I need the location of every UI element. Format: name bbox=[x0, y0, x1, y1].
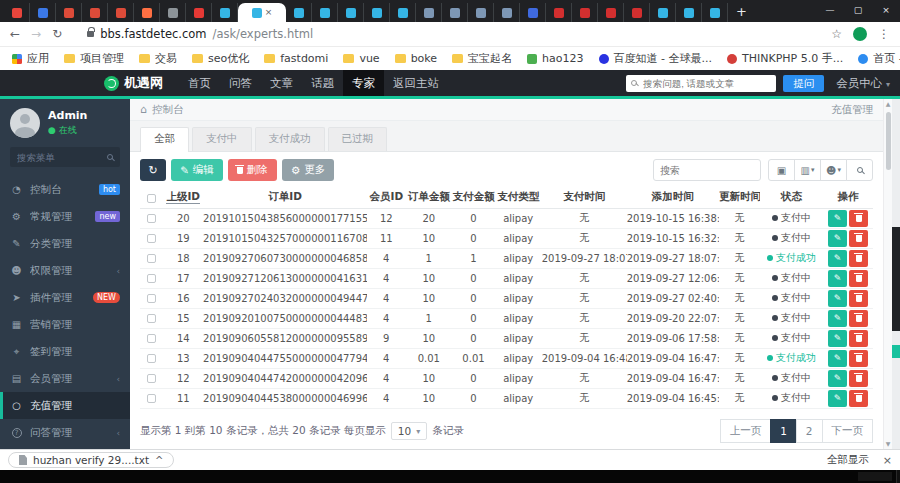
bookmark-star-icon[interactable]: ☆ bbox=[831, 28, 842, 40]
row-delete-button[interactable] bbox=[849, 250, 868, 267]
row-checkbox[interactable] bbox=[147, 214, 156, 223]
row-delete-button[interactable] bbox=[849, 230, 868, 247]
browser-tab[interactable] bbox=[546, 3, 572, 22]
row-delete-button[interactable] bbox=[849, 390, 868, 407]
browser-tab[interactable] bbox=[676, 3, 702, 22]
row-checkbox[interactable] bbox=[147, 274, 156, 283]
row-delete-button[interactable] bbox=[849, 210, 868, 227]
table-row[interactable]: 19 20191015043257000000116708 11 10 0 al… bbox=[140, 228, 873, 248]
column-header[interactable]: 状态 bbox=[760, 187, 823, 208]
table-row[interactable]: 13 20190904044755000000047794 4 0.01 0.0… bbox=[140, 348, 873, 368]
edit-button[interactable]: ✎编辑 bbox=[171, 159, 223, 181]
browser-tab[interactable] bbox=[598, 3, 624, 22]
bookmark-item[interactable]: 首页 - 三才起名网 bbox=[858, 51, 900, 66]
status-tab[interactable]: 支付成功 bbox=[255, 127, 325, 151]
row-delete-button[interactable] bbox=[849, 350, 868, 367]
site-nav-link[interactable]: 文章 bbox=[261, 70, 302, 96]
browser-tab[interactable] bbox=[650, 3, 676, 22]
browser-tab[interactable] bbox=[442, 3, 468, 22]
bookmark-item[interactable]: seo优化 bbox=[192, 51, 249, 66]
column-header[interactable]: 上级ID bbox=[163, 187, 203, 208]
site-nav-link[interactable]: 首页 bbox=[179, 70, 220, 96]
site-nav-link[interactable]: 专家 bbox=[343, 70, 384, 96]
refresh-button[interactable]: ↻ bbox=[140, 159, 166, 181]
sidebar-menu-item[interactable]: ◔ 控制台 hot bbox=[0, 176, 130, 203]
forward-icon[interactable]: → bbox=[31, 28, 41, 40]
row-delete-button[interactable] bbox=[849, 290, 868, 307]
bookmark-item[interactable]: fastdomi bbox=[264, 52, 328, 65]
row-checkbox[interactable] bbox=[147, 314, 156, 323]
page-button[interactable]: 1 bbox=[770, 419, 797, 443]
browser-tab[interactable] bbox=[520, 3, 546, 22]
bookmark-item[interactable]: 应用 bbox=[12, 51, 49, 66]
browser-tab[interactable] bbox=[416, 3, 442, 22]
page-button[interactable]: 2 bbox=[796, 419, 823, 443]
bookmark-item[interactable]: boke bbox=[395, 52, 437, 65]
column-header[interactable]: 添加时间 bbox=[627, 187, 719, 208]
browser-tab[interactable] bbox=[286, 3, 312, 22]
download-item[interactable]: huzhan verify 29....txt ^ bbox=[8, 452, 174, 468]
panel-scrollbar[interactable]: ▲ ▼ bbox=[883, 99, 892, 449]
show-desktop-button[interactable] bbox=[896, 470, 900, 483]
browser-tab[interactable] bbox=[364, 3, 390, 22]
site-brand[interactable]: 机遇网 bbox=[104, 74, 163, 92]
panel-scroll-thumb[interactable] bbox=[886, 112, 891, 170]
table-row[interactable]: 16 20190927024032000000049447 4 10 0 ali… bbox=[140, 288, 873, 308]
status-tab[interactable]: 全部 bbox=[140, 127, 189, 152]
maximize-button[interactable]: ▢ bbox=[844, 0, 872, 20]
sidebar-menu-item[interactable]: ▤ 会员管理 ‹ bbox=[0, 365, 130, 392]
row-edit-button[interactable]: ✎ bbox=[828, 390, 847, 407]
profile-avatar[interactable] bbox=[853, 27, 867, 41]
bookmark-item[interactable]: THINKPHP 5.0 手... bbox=[727, 51, 843, 66]
row-checkbox[interactable] bbox=[147, 234, 156, 243]
page-scrollbar[interactable] bbox=[892, 99, 900, 449]
column-header[interactable]: 会员ID bbox=[367, 187, 405, 208]
back-icon[interactable]: ← bbox=[10, 28, 20, 40]
browser-tab[interactable] bbox=[186, 3, 212, 22]
row-edit-button[interactable]: ✎ bbox=[828, 270, 847, 287]
bookmark-item[interactable]: vue bbox=[343, 52, 379, 65]
bookmark-item[interactable]: 宝宝起名 bbox=[452, 51, 512, 66]
browser-tab[interactable] bbox=[468, 3, 494, 22]
column-header[interactable]: 支付类型 bbox=[495, 187, 542, 208]
show-all-downloads-button[interactable]: 全部显示 bbox=[827, 453, 869, 467]
member-center-link[interactable]: 会员中心 ▾ bbox=[836, 76, 890, 91]
user-avatar[interactable] bbox=[10, 108, 40, 138]
minimize-button[interactable]: — bbox=[816, 0, 844, 20]
close-button[interactable]: × bbox=[872, 0, 900, 20]
row-checkbox[interactable] bbox=[147, 394, 156, 403]
site-search-input[interactable] bbox=[626, 75, 776, 92]
site-nav-link[interactable]: 话题 bbox=[302, 70, 343, 96]
sidebar-menu-item[interactable]: ☻ 权限管理 ‹ bbox=[0, 257, 130, 284]
delete-button[interactable]: 删除 bbox=[228, 159, 277, 181]
bookmark-item[interactable]: 交易 bbox=[139, 51, 177, 66]
browser-tab[interactable] bbox=[134, 3, 160, 22]
browser-tab[interactable] bbox=[572, 3, 598, 22]
browser-tab[interactable] bbox=[624, 3, 650, 22]
bookmark-item[interactable]: 项目管理 bbox=[64, 51, 124, 66]
table-row[interactable]: 17 20190927120613000000041631 4 10 0 ali… bbox=[140, 268, 873, 288]
row-checkbox[interactable] bbox=[147, 354, 156, 363]
sidebar-menu-item[interactable]: ⌖ 签到管理 bbox=[0, 338, 130, 365]
column-header[interactable]: 订单金额 bbox=[405, 187, 452, 208]
reload-icon[interactable]: ↻ bbox=[52, 28, 62, 40]
browser-tab[interactable] bbox=[338, 3, 364, 22]
table-search-input[interactable] bbox=[653, 159, 761, 181]
column-header[interactable]: 更新时间 bbox=[719, 187, 760, 208]
tab-close-icon[interactable]: × bbox=[265, 8, 273, 17]
browser-tab[interactable] bbox=[494, 3, 520, 22]
status-tab[interactable]: 已过期 bbox=[328, 127, 388, 151]
table-row[interactable]: 20 20191015043856000000177155 12 20 0 al… bbox=[140, 208, 873, 228]
row-checkbox[interactable] bbox=[147, 294, 156, 303]
row-delete-button[interactable] bbox=[849, 270, 868, 287]
row-edit-button[interactable]: ✎ bbox=[828, 290, 847, 307]
breadcrumb-left[interactable]: 控制台 bbox=[152, 103, 184, 117]
browser-tab[interactable] bbox=[312, 3, 338, 22]
page-size-select[interactable]: 10▾ bbox=[391, 422, 427, 440]
sidebar-menu-item[interactable]: ? 问答管理 ‹ bbox=[0, 419, 130, 446]
row-delete-button[interactable] bbox=[849, 370, 868, 387]
view-option-button[interactable]: ☻ ▾ bbox=[820, 159, 847, 181]
scroll-up-icon[interactable]: ▲ bbox=[886, 99, 891, 109]
view-option-button[interactable]: ▣ bbox=[768, 159, 795, 181]
column-header[interactable]: 操作 bbox=[823, 187, 873, 208]
